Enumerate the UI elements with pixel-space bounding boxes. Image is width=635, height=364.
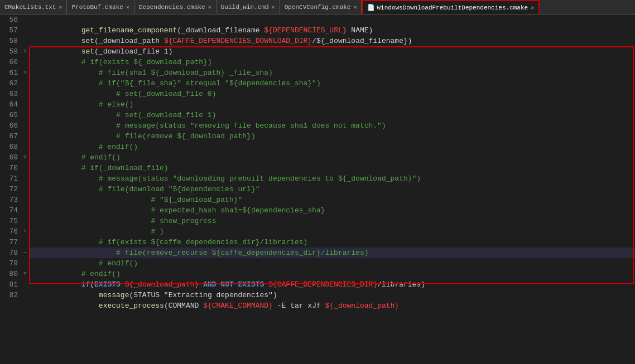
tab-close-opencvconfig[interactable]: ✕ bbox=[353, 4, 357, 11]
fold-78[interactable]: ─ bbox=[21, 247, 29, 258]
line-num-63: 63 bbox=[0, 89, 18, 99]
line-num-74: 74 bbox=[0, 205, 18, 216]
line-num-76: 76 bbox=[0, 226, 18, 237]
tab-label: build_win.cmd bbox=[221, 4, 269, 11]
tab-label: WindowsDownloadPrebuiltDependencies.cmak… bbox=[377, 4, 528, 11]
line-num-61: 61 bbox=[0, 67, 18, 78]
code-editor: 56 57 58 59 60 61 62 63 64 65 66 67 68 6… bbox=[0, 14, 635, 364]
line-num-57: 57 bbox=[0, 25, 18, 36]
tab-close-dependencies[interactable]: ✕ bbox=[208, 4, 211, 11]
fold-69[interactable]: ▽ bbox=[21, 152, 29, 163]
line-num-68: 68 bbox=[0, 142, 18, 152]
tab-cmakelists[interactable]: CMakeLists.txt ✕ bbox=[0, 0, 67, 14]
editor-container: CMakeLists.txt ✕ ProtoBuf.cmake ✕ Depend… bbox=[0, 0, 635, 364]
line-num-81: 81 bbox=[0, 279, 18, 290]
tab-label: OpenCVConfig.cmake bbox=[285, 4, 351, 11]
code-lines: get_filename_component(_download_filenam… bbox=[29, 14, 635, 364]
tab-close-windowsdownload[interactable]: ✕ bbox=[531, 4, 534, 11]
line-num-64: 64 bbox=[0, 99, 18, 110]
line-num-66: 66 bbox=[0, 120, 18, 131]
line-num-73: 73 bbox=[0, 195, 18, 205]
line-num-60: 60 bbox=[0, 57, 18, 67]
line-num-67: 67 bbox=[0, 131, 18, 142]
line-num-59: 59 bbox=[0, 46, 18, 57]
tab-label: Dependencies.cmake bbox=[139, 4, 205, 11]
fold-76[interactable]: ▽ bbox=[21, 226, 29, 237]
tab-dependencies[interactable]: Dependencies.cmake ✕ bbox=[134, 0, 217, 14]
line-num-78: 78 bbox=[0, 247, 18, 258]
line-num-80: 80 bbox=[0, 269, 18, 279]
line-num-72: 72 bbox=[0, 184, 18, 195]
tab-close-cmakelists[interactable]: ✕ bbox=[59, 4, 62, 11]
fold-61[interactable]: ▽ bbox=[21, 67, 29, 78]
tab-protobuf[interactable]: ProtoBuf.cmake ✕ bbox=[67, 0, 134, 14]
line-num-62: 62 bbox=[0, 78, 18, 89]
line-num-65: 65 bbox=[0, 110, 18, 120]
tab-label: ProtoBuf.cmake bbox=[71, 4, 123, 11]
line-num-79: 79 bbox=[0, 258, 18, 269]
fold-80[interactable]: ▽ bbox=[21, 269, 29, 279]
line-num-71: 71 bbox=[0, 173, 18, 184]
tab-bar: CMakeLists.txt ✕ ProtoBuf.cmake ✕ Depend… bbox=[0, 0, 635, 14]
tab-opencvconfig[interactable]: OpenCVConfig.cmake ✕ bbox=[280, 0, 362, 14]
line-numbers: 56 57 58 59 60 61 62 63 64 65 66 67 68 6… bbox=[0, 14, 21, 364]
line-num-70: 70 bbox=[0, 163, 18, 173]
tab-icon: 📄 bbox=[367, 4, 375, 11]
line-num-69: 69 bbox=[0, 152, 18, 163]
tab-windowsdownload[interactable]: 📄 WindowsDownloadPrebuiltDependencies.cm… bbox=[362, 0, 540, 14]
code-line-56[interactable]: get_filename_component(_download_filenam… bbox=[29, 14, 635, 25]
fold-column: ▽ ▽ ▽ ▽ ─ ▽ bbox=[21, 14, 29, 364]
fold-59[interactable]: ▽ bbox=[21, 46, 29, 57]
line-num-77: 77 bbox=[0, 237, 18, 247]
line-num-58: 58 bbox=[0, 36, 18, 46]
tab-label: CMakeLists.txt bbox=[4, 4, 56, 11]
tab-close-protobuf[interactable]: ✕ bbox=[126, 4, 129, 11]
tab-buildwin[interactable]: build_win.cmd ✕ bbox=[217, 0, 280, 14]
line-num-82: 82 bbox=[0, 290, 18, 300]
line-num-75: 75 bbox=[0, 216, 18, 226]
line-num-56: 56 bbox=[0, 14, 18, 25]
tab-close-buildwin[interactable]: ✕ bbox=[272, 4, 275, 11]
